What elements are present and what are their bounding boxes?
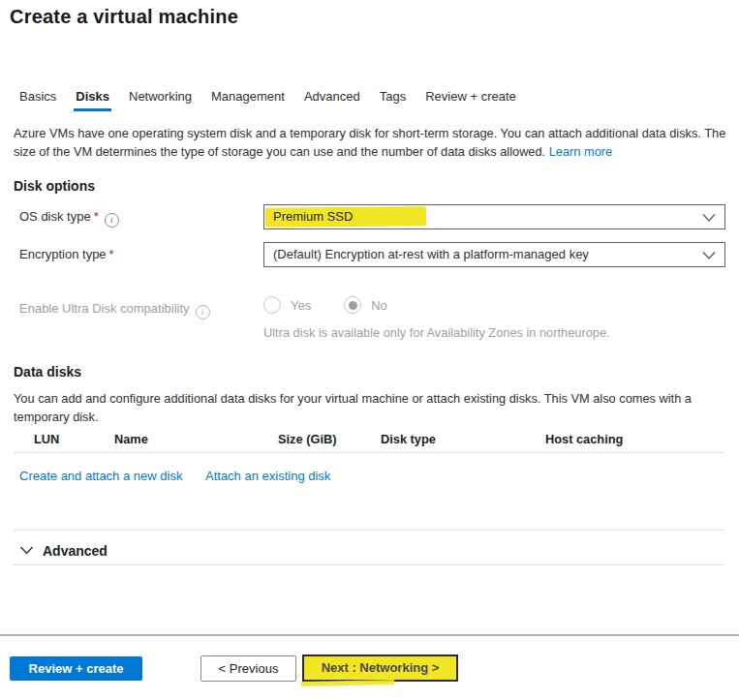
create-vm-page: Create a virtual machine Basics Disks Ne…: [0, 0, 739, 700]
os-disk-type-label-text: OS disk type: [19, 209, 91, 224]
data-disks-description: You can add and configure additional dat…: [14, 389, 719, 426]
radio-no-label: No: [371, 298, 387, 313]
encryption-type-label-text: Encryption type: [19, 247, 107, 261]
data-disks-table-header: LUN Name Size (GiB) Disk type Host cachi…: [0, 432, 739, 452]
page-title: Create a virtual machine: [10, 6, 238, 28]
create-attach-new-disk-link[interactable]: Create and attach a new disk: [19, 469, 182, 483]
col-name: Name: [114, 432, 148, 446]
encryption-type-label: Encryption type*: [19, 247, 114, 261]
intro-text: Azure VMs have one operating system disk…: [14, 124, 732, 161]
advanced-section-label: Advanced: [43, 543, 108, 559]
radio-no[interactable]: [344, 296, 361, 314]
divider: [14, 530, 724, 531]
chevron-down-icon: [19, 542, 34, 560]
attach-existing-disk-link[interactable]: Attach an existing disk: [205, 469, 330, 483]
tab-networking[interactable]: Networking: [129, 89, 192, 111]
wizard-tabs: Basics Disks Networking Management Advan…: [19, 89, 516, 111]
tab-advanced[interactable]: Advanced: [304, 89, 360, 111]
ultra-disk-label-text: Enable Ultra Disk compatibility: [19, 301, 190, 316]
data-disks-heading: Data disks: [14, 364, 81, 380]
tab-basics[interactable]: Basics: [19, 89, 56, 111]
encryption-type-value: (Default) Encryption at-rest with a plat…: [273, 243, 589, 266]
previous-button[interactable]: < Previous: [200, 655, 296, 682]
info-icon[interactable]: i: [196, 305, 210, 320]
tab-management[interactable]: Management: [211, 89, 285, 111]
advanced-section-toggle[interactable]: Advanced: [19, 542, 108, 560]
os-disk-type-dropdown[interactable]: Premium SSD: [263, 204, 725, 229]
os-disk-type-value: Premium SSD: [273, 205, 353, 228]
tab-tags[interactable]: Tags: [380, 89, 406, 111]
disk-options-heading: Disk options: [14, 178, 95, 194]
col-host-caching: Host caching: [545, 432, 623, 446]
ultra-disk-radio-group: Yes No: [263, 296, 387, 314]
required-asterisk: *: [109, 247, 114, 261]
info-icon[interactable]: i: [105, 213, 119, 228]
divider: [14, 564, 724, 565]
chevron-down-icon: [702, 249, 716, 263]
col-disk-type: Disk type: [381, 432, 436, 446]
learn-more-link[interactable]: Learn more: [549, 144, 612, 159]
footer-divider: [0, 634, 739, 636]
col-size: Size (GiB): [278, 432, 336, 446]
encryption-type-dropdown[interactable]: (Default) Encryption at-rest with a plat…: [263, 242, 725, 267]
data-disk-links: Create and attach a new disk Attach an e…: [19, 469, 182, 483]
intro-body: Azure VMs have one operating system disk…: [14, 126, 725, 159]
next-networking-button[interactable]: Next : Networking >: [302, 654, 458, 682]
ultra-disk-label: Enable Ultra Disk compatibilityi: [19, 301, 210, 320]
tab-review-create[interactable]: Review + create: [425, 89, 516, 111]
os-disk-type-label: OS disk type*i: [19, 209, 119, 228]
radio-yes[interactable]: [263, 296, 281, 314]
radio-yes-label: Yes: [291, 298, 311, 313]
col-lun: LUN: [34, 432, 59, 446]
required-asterisk: *: [94, 209, 99, 224]
review-create-button[interactable]: Review + create: [10, 656, 142, 681]
tab-disks[interactable]: Disks: [76, 89, 109, 111]
chevron-down-icon: [702, 211, 716, 226]
ultra-disk-helper-text: Ultra disk is available only for Availab…: [263, 325, 610, 340]
table-header-divider: [14, 452, 724, 453]
